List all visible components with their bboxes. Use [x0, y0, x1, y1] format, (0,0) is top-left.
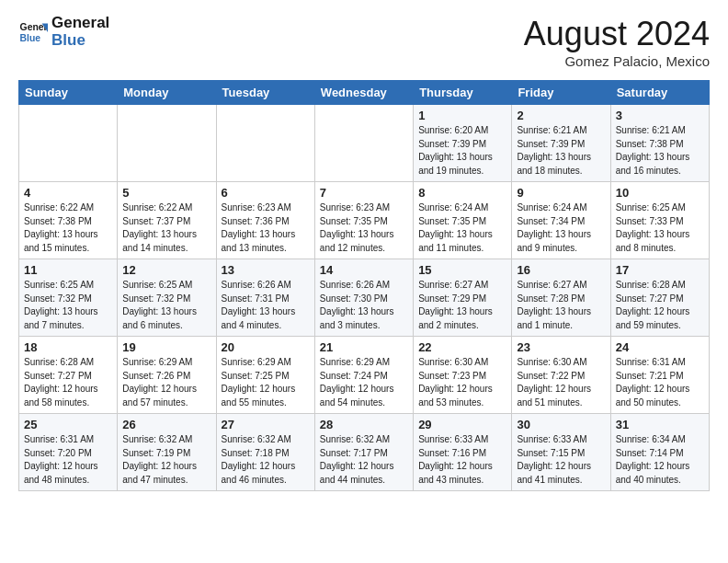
day-number: 8 — [418, 186, 506, 200]
calendar-cell: 11Sunrise: 6:25 AM Sunset: 7:32 PM Dayli… — [19, 259, 118, 337]
day-info: Sunrise: 6:25 AM Sunset: 7:32 PM Dayligh… — [24, 279, 112, 332]
day-number: 29 — [418, 418, 506, 431]
day-info: Sunrise: 6:22 AM Sunset: 7:37 PM Dayligh… — [122, 201, 210, 255]
day-info: Sunrise: 6:20 AM Sunset: 7:39 PM Dayligh… — [418, 124, 506, 178]
day-number: 23 — [517, 340, 605, 354]
day-info: Sunrise: 6:23 AM Sunset: 7:36 PM Dayligh… — [222, 201, 310, 255]
calendar-cell: 13Sunrise: 6:26 AM Sunset: 7:31 PM Dayli… — [216, 259, 314, 337]
day-number: 14 — [320, 263, 408, 277]
calendar-cell: 21Sunrise: 6:29 AM Sunset: 7:24 PM Dayli… — [314, 337, 413, 414]
day-info: Sunrise: 6:25 AM Sunset: 7:33 PM Dayligh… — [616, 201, 704, 255]
day-number: 27 — [222, 418, 310, 431]
calendar-cell — [19, 105, 118, 182]
calendar-cell: 4Sunrise: 6:22 AM Sunset: 7:38 PM Daylig… — [19, 182, 118, 259]
day-info: Sunrise: 6:22 AM Sunset: 7:38 PM Dayligh… — [24, 201, 112, 255]
calendar-cell: 20Sunrise: 6:29 AM Sunset: 7:25 PM Dayli… — [216, 337, 314, 414]
day-number: 19 — [122, 340, 210, 354]
day-info: Sunrise: 6:32 AM Sunset: 7:17 PM Dayligh… — [320, 433, 408, 487]
header-monday: Monday — [118, 81, 216, 105]
header-tuesday: Tuesday — [216, 81, 314, 105]
logo-icon: General Blue — [18, 17, 48, 47]
header-friday: Friday — [512, 81, 610, 105]
day-info: Sunrise: 6:27 AM Sunset: 7:29 PM Dayligh… — [418, 279, 506, 332]
calendar-week-2: 4Sunrise: 6:22 AM Sunset: 7:38 PM Daylig… — [19, 182, 710, 259]
calendar-cell: 8Sunrise: 6:24 AM Sunset: 7:35 PM Daylig… — [414, 182, 512, 259]
day-number: 13 — [222, 263, 310, 277]
calendar-cell — [314, 105, 413, 182]
calendar-cell: 14Sunrise: 6:26 AM Sunset: 7:30 PM Dayli… — [314, 259, 413, 337]
calendar-cell: 1Sunrise: 6:20 AM Sunset: 7:39 PM Daylig… — [414, 105, 512, 182]
svg-text:Blue: Blue — [20, 32, 41, 42]
day-number: 9 — [517, 186, 605, 200]
calendar-cell: 27Sunrise: 6:32 AM Sunset: 7:18 PM Dayli… — [216, 414, 314, 491]
calendar-cell: 5Sunrise: 6:22 AM Sunset: 7:37 PM Daylig… — [118, 182, 216, 259]
calendar-week-1: 1Sunrise: 6:20 AM Sunset: 7:39 PM Daylig… — [19, 105, 710, 182]
day-number: 26 — [122, 418, 210, 431]
day-number: 1 — [418, 109, 506, 122]
calendar-cell: 17Sunrise: 6:28 AM Sunset: 7:27 PM Dayli… — [610, 259, 709, 337]
day-info: Sunrise: 6:21 AM Sunset: 7:39 PM Dayligh… — [517, 124, 605, 178]
calendar-cell: 28Sunrise: 6:32 AM Sunset: 7:17 PM Dayli… — [314, 414, 413, 491]
month-year-title: August 2024 — [524, 15, 710, 53]
day-number: 18 — [24, 340, 112, 354]
calendar-cell: 7Sunrise: 6:23 AM Sunset: 7:35 PM Daylig… — [314, 182, 413, 259]
header-sunday: Sunday — [19, 81, 118, 105]
day-number: 22 — [418, 340, 506, 354]
day-number: 12 — [122, 263, 210, 277]
day-info: Sunrise: 6:24 AM Sunset: 7:34 PM Dayligh… — [517, 201, 605, 255]
day-info: Sunrise: 6:23 AM Sunset: 7:35 PM Dayligh… — [320, 201, 408, 255]
header-wednesday: Wednesday — [314, 81, 413, 105]
calendar-cell: 2Sunrise: 6:21 AM Sunset: 7:39 PM Daylig… — [512, 105, 610, 182]
day-number: 30 — [517, 418, 605, 431]
calendar-cell: 23Sunrise: 6:30 AM Sunset: 7:22 PM Dayli… — [512, 337, 610, 414]
calendar-cell — [118, 105, 216, 182]
day-number: 11 — [24, 263, 112, 277]
calendar-cell: 12Sunrise: 6:25 AM Sunset: 7:32 PM Dayli… — [118, 259, 216, 337]
calendar-cell: 24Sunrise: 6:31 AM Sunset: 7:21 PM Dayli… — [610, 337, 709, 414]
day-info: Sunrise: 6:29 AM Sunset: 7:25 PM Dayligh… — [222, 356, 310, 409]
calendar-header-row: SundayMondayTuesdayWednesdayThursdayFrid… — [19, 81, 710, 105]
header-saturday: Saturday — [610, 81, 709, 105]
day-info: Sunrise: 6:33 AM Sunset: 7:15 PM Dayligh… — [517, 433, 605, 487]
day-number: 2 — [517, 109, 605, 122]
day-number: 6 — [222, 186, 310, 200]
calendar-cell: 9Sunrise: 6:24 AM Sunset: 7:34 PM Daylig… — [512, 182, 610, 259]
calendar-week-3: 11Sunrise: 6:25 AM Sunset: 7:32 PM Dayli… — [19, 259, 710, 337]
day-info: Sunrise: 6:28 AM Sunset: 7:27 PM Dayligh… — [24, 356, 112, 409]
calendar-cell: 18Sunrise: 6:28 AM Sunset: 7:27 PM Dayli… — [19, 337, 118, 414]
calendar-cell: 16Sunrise: 6:27 AM Sunset: 7:28 PM Dayli… — [512, 259, 610, 337]
logo-line1: General — [51, 15, 109, 32]
day-number: 10 — [616, 186, 704, 200]
calendar-cell: 29Sunrise: 6:33 AM Sunset: 7:16 PM Dayli… — [414, 414, 512, 491]
day-info: Sunrise: 6:30 AM Sunset: 7:22 PM Dayligh… — [517, 356, 605, 409]
day-number: 4 — [24, 186, 112, 200]
calendar-cell: 22Sunrise: 6:30 AM Sunset: 7:23 PM Dayli… — [414, 337, 512, 414]
day-info: Sunrise: 6:31 AM Sunset: 7:21 PM Dayligh… — [616, 356, 704, 409]
day-info: Sunrise: 6:31 AM Sunset: 7:20 PM Dayligh… — [24, 433, 112, 487]
day-number: 24 — [616, 340, 704, 354]
logo: General Blue General Blue — [18, 15, 109, 49]
day-info: Sunrise: 6:28 AM Sunset: 7:27 PM Dayligh… — [616, 279, 704, 332]
header-thursday: Thursday — [414, 81, 512, 105]
day-info: Sunrise: 6:26 AM Sunset: 7:31 PM Dayligh… — [222, 279, 310, 332]
day-number: 31 — [616, 418, 704, 431]
calendar-week-5: 25Sunrise: 6:31 AM Sunset: 7:20 PM Dayli… — [19, 414, 710, 491]
day-number: 15 — [418, 263, 506, 277]
calendar-cell: 25Sunrise: 6:31 AM Sunset: 7:20 PM Dayli… — [19, 414, 118, 491]
calendar-table: SundayMondayTuesdayWednesdayThursdayFrid… — [18, 80, 710, 491]
calendar-cell — [216, 105, 314, 182]
page-header: General Blue General Blue August 2024 Go… — [18, 15, 710, 69]
day-number: 7 — [320, 186, 408, 200]
day-number: 16 — [517, 263, 605, 277]
calendar-cell: 31Sunrise: 6:34 AM Sunset: 7:14 PM Dayli… — [610, 414, 709, 491]
calendar-cell: 19Sunrise: 6:29 AM Sunset: 7:26 PM Dayli… — [118, 337, 216, 414]
day-info: Sunrise: 6:26 AM Sunset: 7:30 PM Dayligh… — [320, 279, 408, 332]
calendar-cell: 10Sunrise: 6:25 AM Sunset: 7:33 PM Dayli… — [610, 182, 709, 259]
day-info: Sunrise: 6:29 AM Sunset: 7:26 PM Dayligh… — [122, 356, 210, 409]
day-info: Sunrise: 6:30 AM Sunset: 7:23 PM Dayligh… — [418, 356, 506, 409]
day-info: Sunrise: 6:21 AM Sunset: 7:38 PM Dayligh… — [616, 124, 704, 178]
calendar-cell: 6Sunrise: 6:23 AM Sunset: 7:36 PM Daylig… — [216, 182, 314, 259]
day-number: 5 — [122, 186, 210, 200]
day-number: 20 — [222, 340, 310, 354]
day-info: Sunrise: 6:27 AM Sunset: 7:28 PM Dayligh… — [517, 279, 605, 332]
